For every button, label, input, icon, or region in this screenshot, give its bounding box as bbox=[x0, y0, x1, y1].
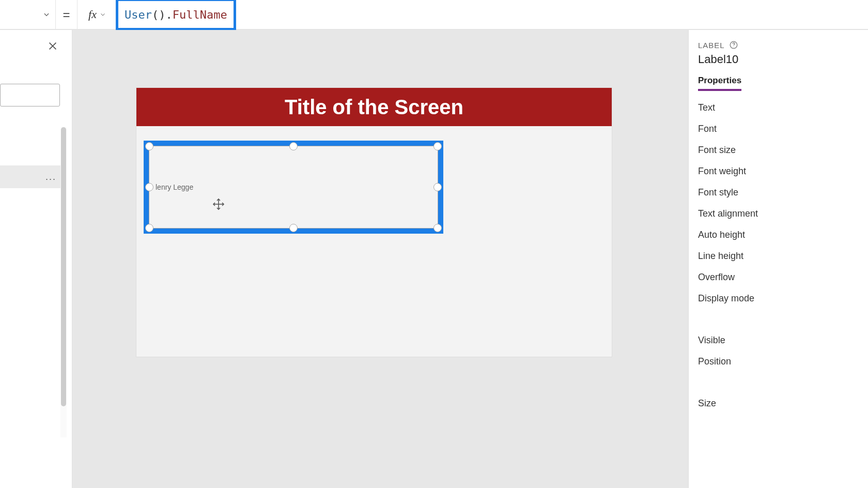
canvas-area[interactable]: Title of the Screen lenry Legge bbox=[72, 30, 688, 488]
property-list: Text Font Font size Font weight Font sty… bbox=[698, 102, 868, 409]
resize-handle-top-right[interactable] bbox=[433, 142, 442, 150]
resize-handle-middle-right[interactable] bbox=[433, 183, 442, 191]
prop-font-style[interactable]: Font style bbox=[698, 187, 868, 198]
property-selector-dropdown[interactable] bbox=[0, 0, 56, 29]
prop-auto-height[interactable]: Auto height bbox=[698, 230, 868, 240]
prop-line-height[interactable]: Line height bbox=[698, 251, 868, 262]
chevron-down-icon bbox=[100, 11, 106, 18]
prop-font-weight[interactable]: Font weight bbox=[698, 166, 868, 177]
equals-label: = bbox=[56, 0, 78, 29]
chevron-down-icon bbox=[43, 11, 50, 18]
control-name-label[interactable]: Label10 bbox=[698, 53, 868, 66]
move-icon bbox=[212, 198, 225, 210]
resize-handle-bottom-left[interactable] bbox=[145, 224, 153, 232]
prop-text-alignment[interactable]: Text alignment bbox=[698, 208, 868, 219]
formula-token-paren-open: ( bbox=[152, 8, 159, 21]
formula-input-highlight: User().FullName bbox=[116, 0, 236, 30]
tree-scrollbar[interactable] bbox=[60, 127, 67, 437]
properties-tab-row: Properties bbox=[698, 75, 868, 91]
tree-scrollbar-thumb[interactable] bbox=[61, 127, 66, 406]
screen-title-bar: Title of the Screen bbox=[136, 88, 612, 126]
resize-handle-top-center[interactable] bbox=[289, 142, 298, 150]
tree-search-input[interactable] bbox=[0, 84, 60, 106]
tree-close-button[interactable] bbox=[47, 40, 58, 54]
prop-text[interactable]: Text bbox=[698, 102, 868, 113]
close-icon bbox=[47, 40, 58, 52]
formula-bar: = fx User().FullName bbox=[0, 0, 868, 30]
resize-handle-bottom-center[interactable] bbox=[289, 224, 298, 232]
formula-token-dot: . bbox=[165, 8, 172, 21]
label-control[interactable]: lenry Legge bbox=[149, 146, 438, 228]
tab-properties[interactable]: Properties bbox=[698, 75, 741, 91]
prop-overflow[interactable]: Overflow bbox=[698, 272, 868, 283]
svg-point-5 bbox=[733, 47, 734, 47]
prop-visible[interactable]: Visible bbox=[698, 335, 868, 346]
more-actions-button[interactable]: ... bbox=[45, 172, 56, 182]
device-frame[interactable]: Title of the Screen lenry Legge bbox=[136, 88, 612, 357]
formula-token-property: FullName bbox=[173, 8, 227, 21]
control-type-label: LABEL bbox=[698, 41, 725, 50]
formula-token-object: User bbox=[125, 8, 152, 21]
prop-display-mode[interactable]: Display mode bbox=[698, 293, 868, 304]
resize-handle-bottom-right[interactable] bbox=[433, 224, 442, 232]
properties-panel: LABEL Label10 Properties Text Font Font … bbox=[688, 30, 868, 488]
selected-control-highlight: lenry Legge bbox=[144, 141, 443, 234]
prop-position[interactable]: Position bbox=[698, 356, 868, 367]
properties-header: LABEL bbox=[698, 40, 868, 50]
fx-button[interactable]: fx bbox=[78, 0, 117, 29]
formula-input[interactable]: User().FullName bbox=[125, 8, 227, 21]
tree-selected-item[interactable]: ... bbox=[0, 165, 67, 188]
prop-font[interactable]: Font bbox=[698, 124, 868, 134]
prop-font-size[interactable]: Font size bbox=[698, 145, 868, 156]
formula-token-paren-close: ) bbox=[159, 8, 165, 21]
fx-label: fx bbox=[88, 8, 97, 21]
prop-size[interactable]: Size bbox=[698, 398, 868, 409]
resize-handle-middle-left[interactable] bbox=[145, 183, 153, 191]
screen-title-text: Title of the Screen bbox=[285, 96, 463, 119]
label-text: lenry Legge bbox=[156, 146, 193, 228]
tree-scroll-area: ... bbox=[0, 127, 67, 437]
main-area: ... Title of the Screen lenry Legge bbox=[0, 30, 868, 488]
resize-handle-top-left[interactable] bbox=[145, 142, 153, 150]
help-icon[interactable] bbox=[729, 40, 738, 50]
tree-panel: ... bbox=[0, 30, 72, 488]
